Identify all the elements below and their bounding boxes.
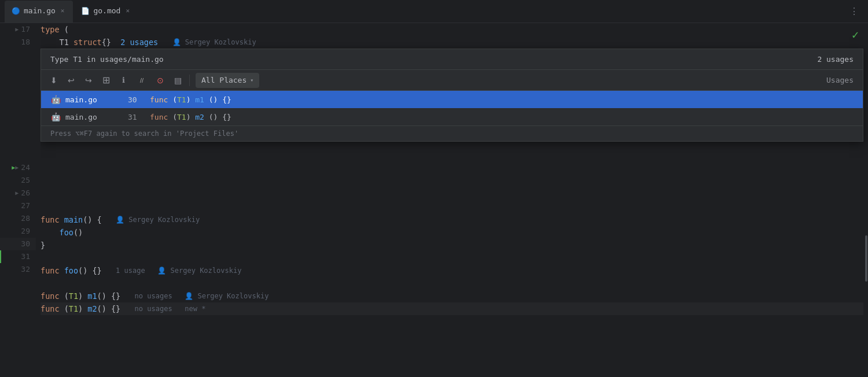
tab-main-go-label: main.go	[24, 6, 56, 15]
btn-comment[interactable]: //	[133, 73, 151, 88]
usages-label: Usages	[826, 76, 858, 84]
gutter-line-27: 27	[0, 199, 36, 212]
keyword-type: type	[41, 23, 60, 36]
result-1-code: func (T1) m1 () {}	[150, 95, 854, 104]
usage-hint-31: no usages	[135, 302, 185, 315]
btn-forward[interactable]: ↪	[80, 73, 97, 88]
btn-stop[interactable]: ⊙	[152, 73, 168, 88]
btn-info[interactable]: ℹ	[115, 73, 131, 88]
code-line-24: func main () { 👤 Sergey Kozlovskiy	[41, 213, 868, 226]
sig-31: () {}	[97, 302, 135, 315]
braces-18: {}	[102, 36, 121, 49]
usage-hint-28: 1 usage	[116, 264, 157, 277]
funcname-foo: foo	[64, 264, 78, 277]
code-line-27	[41, 252, 868, 264]
popup-header: Type T1 in usages/main.go 2 usages	[41, 49, 863, 70]
back-icon: ↩	[68, 76, 75, 85]
btn-preview[interactable]: ▤	[170, 73, 186, 88]
keyword-func-31: func	[41, 302, 60, 315]
gutter-line-31: 31	[0, 250, 36, 263]
recv-close-31: )	[78, 302, 87, 315]
code-line-18: T1 struct{} 2 usages 👤 Sergey Kozlovskiy	[41, 36, 868, 49]
space-28	[60, 264, 64, 277]
popup-toolbar: ⬇ ↩ ↪ ⊞ ℹ // ⊙	[41, 70, 863, 91]
funcname-main: main	[64, 213, 83, 226]
fold-icon-26[interactable]: ▶	[15, 187, 19, 199]
stop-icon: ⊙	[157, 76, 164, 85]
forward-icon: ↪	[85, 76, 92, 85]
preview-icon: ▤	[174, 76, 182, 85]
result-row-2[interactable]: 🤖 main.go 31 func (T1) m2 () {}	[41, 108, 863, 125]
all-places-dropdown[interactable]: All Places ▾	[196, 73, 259, 88]
method-m2: m2	[195, 113, 204, 121]
fold-icon-17[interactable]: ▶	[15, 23, 19, 36]
code-line-29	[41, 277, 868, 290]
gutter-line-30: 30	[0, 238, 36, 250]
code-line-31: func ( T1 ) m2 () {} no usages new *	[41, 302, 868, 315]
usages-link-18[interactable]: 2 usages	[120, 36, 158, 49]
mini-scrollbar-thumb[interactable]	[865, 235, 867, 282]
space-24	[60, 213, 64, 226]
result-row-1[interactable]: 🤖 main.go 30 func (T1) m1 () {}	[41, 91, 863, 108]
dropdown-label: All Places	[201, 76, 247, 84]
indent-25	[41, 226, 60, 239]
type-t1-31: T1	[69, 302, 78, 315]
gutter-line-32: 32	[0, 263, 36, 276]
btn-back[interactable]: ↩	[63, 73, 79, 88]
code-line-25: foo ()	[41, 226, 868, 239]
author-28: 👤 Sergey Kozlovskiy	[157, 264, 241, 277]
jump-icon: ⬇	[50, 76, 57, 85]
kw-func-2: func	[150, 113, 168, 121]
funcname-foo-call: foo	[60, 226, 73, 239]
indent-18: T1	[41, 36, 73, 49]
toolbar-right: Usages	[260, 76, 858, 84]
comment-icon: //	[140, 77, 144, 84]
btn-jump[interactable]: ⬇	[46, 73, 62, 88]
popup-footer: Press ⌥⌘F7 again to search in 'Project F…	[41, 125, 863, 141]
go-mod-file-icon: 📄	[81, 7, 90, 15]
code-line-30: func ( T1 ) m1 () {} no usages 👤 Sergey …	[41, 290, 868, 302]
author-30: 👤 Sergey Kozlovskiy	[185, 290, 269, 302]
result-2-code: func (T1) m2 () {}	[150, 113, 854, 121]
btn-expand[interactable]: ⊞	[98, 73, 114, 88]
usage-hint-30: no usages	[135, 290, 185, 302]
gutter-line-26: ▶26	[0, 187, 36, 199]
recv-30: (	[60, 290, 69, 302]
tab-go-mod-close[interactable]: ✕	[124, 6, 131, 15]
gutter: ▶17 18 ▶ ▶24 25 ▶26 27 28 29 30 31 32	[0, 23, 41, 377]
tab-main-go[interactable]: 🔵 main.go ✕	[5, 1, 73, 23]
code-line-28: func foo () {} 1 usage 👤 Sergey Kozlovsk…	[41, 264, 868, 277]
keyword-func-30: func	[41, 290, 60, 302]
info-icon: ℹ	[122, 76, 125, 84]
result-2-icon: 🤖	[50, 112, 61, 122]
result-1-filename: main.go	[65, 95, 123, 104]
type-t1-2: T1	[177, 113, 186, 121]
new-badge: new *	[185, 302, 205, 315]
type-t1-1: T1	[177, 95, 186, 104]
brace-26: }	[41, 239, 45, 252]
kw-func-1: func	[150, 95, 168, 104]
result-1-lineno: 30	[128, 95, 145, 104]
tab-go-mod[interactable]: 📄 go.mod ✕	[74, 1, 138, 23]
fold-icon-24[interactable]: ▶	[15, 161, 19, 174]
tab-main-go-close[interactable]: ✕	[59, 6, 67, 15]
result-1-icon: 🤖	[50, 94, 61, 105]
popup-results: 🤖 main.go 30 func (T1) m1 () {} 🤖 main.g…	[41, 91, 863, 125]
type-t1-30: T1	[69, 290, 78, 302]
gutter-line-29: 29	[0, 225, 36, 238]
code-lines-below: func main () { 👤 Sergey Kozlovskiy foo (…	[41, 213, 868, 328]
author-18: 👤 Sergey Kozlovskiy	[172, 36, 256, 49]
expand-icon: ⊞	[102, 75, 110, 86]
code-line-17: type (	[41, 23, 868, 36]
methodname-m2: m2	[87, 302, 97, 315]
checkmark: ✓	[852, 23, 859, 46]
tab-bar: 🔵 main.go ✕ 📄 go.mod ✕ ⋮	[0, 0, 868, 23]
author-24: 👤 Sergey Kozlovskiy	[116, 213, 200, 226]
gutter-line-17: ▶17	[0, 23, 36, 36]
more-options-button[interactable]: ⋮	[845, 3, 863, 19]
sig-30: () {}	[97, 290, 135, 302]
keyword-func-24: func	[41, 213, 60, 226]
usages-popup: Type T1 in usages/main.go 2 usages ⬇ ↩ ↪…	[41, 49, 863, 142]
gutter-line-28: 28	[0, 212, 36, 225]
mini-scrollbar[interactable]	[863, 23, 868, 377]
